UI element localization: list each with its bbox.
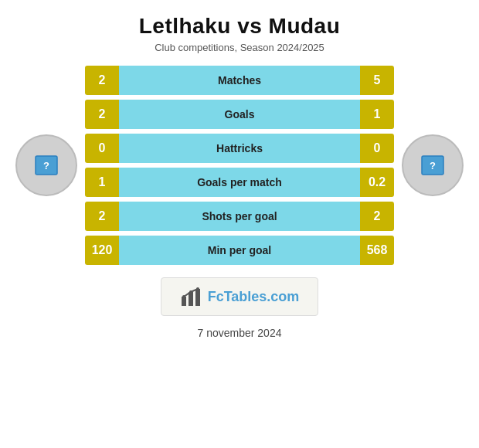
- avatar-left: ?: [8, 119, 85, 212]
- stat-left-value: 120: [85, 236, 119, 265]
- svg-point-8: [189, 290, 192, 294]
- stat-right-value: 568: [360, 236, 394, 265]
- match-title: Letlhaku vs Mudau: [139, 14, 341, 39]
- svg-rect-6: [195, 289, 200, 306]
- svg-rect-5: [189, 292, 193, 306]
- stat-label: Matches: [119, 66, 360, 95]
- page-header: Letlhaku vs Mudau Club competitions, Sea…: [139, 14, 341, 53]
- stat-left-value: 0: [85, 134, 119, 163]
- match-subtitle: Club competitions, Season 2024/2025: [139, 42, 341, 53]
- stat-left-value: 2: [85, 66, 119, 95]
- stat-right-value: 0: [360, 134, 394, 163]
- svg-text:?: ?: [430, 160, 436, 171]
- brand-suffix: Tables.com: [224, 289, 300, 304]
- svg-point-7: [182, 295, 185, 298]
- stat-label: Hattricks: [119, 134, 360, 163]
- main-area: ? 2Matches52Goals10Hattricks01Goals per …: [0, 66, 479, 265]
- svg-point-9: [196, 287, 199, 290]
- stat-label: Min per goal: [119, 236, 360, 265]
- stat-left-value: 1: [85, 168, 119, 197]
- stat-row: 2Goals1: [85, 100, 394, 129]
- stat-row: 0Hattricks0: [85, 134, 394, 163]
- stat-left-value: 2: [85, 202, 119, 231]
- stat-row: 2Shots per goal2: [85, 202, 394, 231]
- stat-right-value: 1: [360, 100, 394, 129]
- avatar-right: ?: [394, 119, 471, 212]
- stat-label: Goals per match: [119, 168, 360, 197]
- fctables-banner: FcTables.com: [161, 277, 319, 316]
- stat-left-value: 2: [85, 100, 119, 129]
- stat-row: 2Matches5: [85, 66, 394, 95]
- avatar-right-image: ?: [402, 134, 464, 196]
- stat-label: Goals: [119, 100, 360, 129]
- stat-right-value: 0.2: [360, 168, 394, 197]
- stat-row: 120Min per goal568: [85, 236, 394, 265]
- chart-icon: [180, 286, 202, 307]
- stat-right-value: 5: [360, 66, 394, 95]
- brand-prefix: Fc: [208, 289, 224, 304]
- stats-container: 2Matches52Goals10Hattricks01Goals per ma…: [85, 66, 394, 265]
- date-footer: 7 november 2024: [198, 327, 282, 339]
- stat-row: 1Goals per match0.2: [85, 168, 394, 197]
- brand-label: FcTables.com: [208, 289, 300, 305]
- svg-text:?: ?: [43, 160, 49, 171]
- stat-right-value: 2: [360, 202, 394, 231]
- stat-label: Shots per goal: [119, 202, 360, 231]
- avatar-left-image: ?: [15, 134, 77, 196]
